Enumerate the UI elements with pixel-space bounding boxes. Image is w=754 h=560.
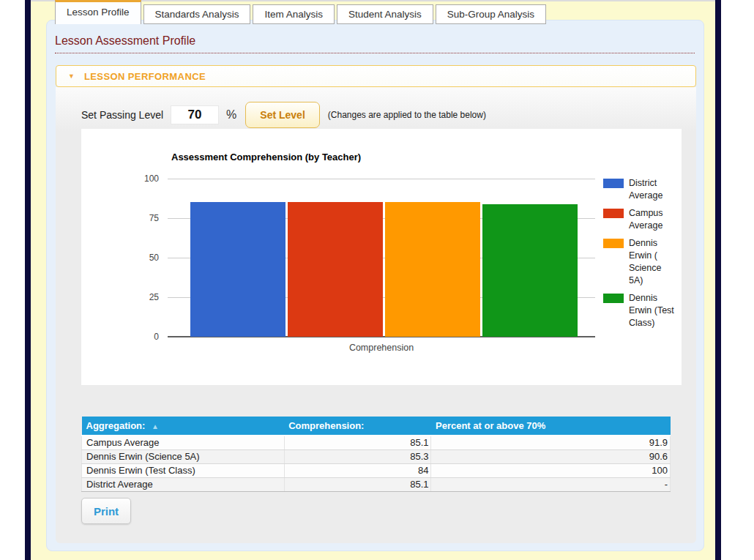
set-level-button[interactable]: Set Level	[245, 102, 319, 128]
y-tick-25: 25	[127, 292, 159, 302]
x-axis-label: Comprehension	[168, 343, 595, 353]
bar-district-average	[190, 202, 285, 337]
legend-item: Dennis Erwin (Test Class)	[603, 292, 674, 329]
legend-label: District Average	[629, 177, 674, 202]
legend-swatch-district-average	[603, 179, 624, 188]
y-tick-0: 0	[127, 332, 159, 342]
bar-dennis-erwin-science-5a	[385, 202, 480, 337]
tab-student-analysis[interactable]: Student Analysis	[337, 4, 433, 24]
legend-item: Campus Average	[603, 207, 674, 232]
legend-label: Campus Average	[629, 207, 674, 232]
legend-label: Dennis Erwin ( Science 5A)	[629, 237, 674, 287]
bar-campus-average	[288, 202, 383, 337]
cell-percent-above: -	[431, 477, 671, 491]
sort-ascending-icon: ▲	[152, 422, 159, 430]
tab-standards-analysis[interactable]: Standards Analysis	[143, 4, 251, 24]
print-button[interactable]: Print	[81, 498, 131, 524]
cell-comprehension: 84	[284, 463, 431, 477]
section-title: LESSON PERFORMANCE	[84, 71, 206, 82]
cell-comprehension: 85.3	[284, 449, 431, 463]
chart-title: Assessment Comprehension (by Teacher)	[171, 152, 361, 163]
tab-bar: Lesson Profile Standards Analysis Item A…	[55, 0, 548, 24]
cell-aggregation: Dennis Erwin (Science 5A)	[82, 449, 285, 463]
legend-swatch-dennis-erwin-test-class	[603, 294, 624, 303]
chart-legend: District Average Campus Average Dennis E…	[603, 177, 674, 329]
table-row: Dennis Erwin (Test Class) 84 100	[82, 463, 671, 477]
legend-item: District Average	[603, 177, 674, 202]
lesson-profile-panel: Lesson Assessment Profile ▼ LESSON PERFO…	[46, 20, 704, 551]
cell-comprehension: 85.1	[284, 477, 431, 491]
cell-percent-above: 100	[431, 463, 671, 477]
table-row: District Average 85.1 -	[82, 477, 671, 491]
table-header-row: Aggregation: ▲ Comprehension: Percent at…	[82, 417, 671, 436]
table-row: Dennis Erwin (Science 5A) 85.3 90.6	[82, 449, 671, 463]
legend-label: Dennis Erwin (Test Class)	[629, 292, 674, 329]
column-header-label: Aggregation:	[86, 420, 146, 431]
cell-comprehension: 85.1	[284, 436, 431, 449]
passing-level-note: (Changes are applied to the table below)	[328, 110, 486, 120]
legend-swatch-dennis-erwin-science-5a	[603, 239, 624, 248]
bar-group	[190, 179, 578, 337]
page-title: Lesson Assessment Profile	[55, 34, 695, 48]
cell-aggregation: District Average	[82, 477, 285, 491]
passing-level-input[interactable]	[171, 105, 219, 124]
table-row: Campus Average 85.1 91.9	[82, 436, 671, 449]
tab-item-analysis[interactable]: Item Analysis	[253, 4, 335, 24]
bar-dennis-erwin-test-class	[482, 204, 578, 337]
comprehension-bar-chart: Assessment Comprehension (by Teacher) 10…	[81, 129, 682, 385]
cell-percent-above: 90.6	[431, 449, 671, 463]
lesson-performance-section-body: Set Passing Level % Set Level (Changes a…	[56, 87, 696, 543]
cell-aggregation: Campus Average	[82, 436, 285, 449]
passing-level-label: Set Passing Level	[81, 109, 163, 121]
chart-plot-area: 100 75 50 25 0	[168, 179, 595, 337]
percent-sign: %	[226, 108, 236, 122]
collapse-triangle-icon[interactable]: ▼	[68, 72, 75, 80]
page-title-divider: Lesson Assessment Profile	[55, 34, 695, 53]
tab-sub-group-analysis[interactable]: Sub-Group Analysis	[436, 4, 546, 24]
left-border-strip	[25, 0, 31, 560]
aggregation-table: Aggregation: ▲ Comprehension: Percent at…	[81, 417, 671, 492]
right-border-strip	[715, 0, 721, 560]
page: Lesson Profile Standards Analysis Item A…	[0, 0, 754, 560]
column-header-comprehension[interactable]: Comprehension:	[284, 417, 431, 436]
cell-percent-above: 91.9	[431, 436, 671, 449]
lesson-performance-section-header[interactable]: ▼ LESSON PERFORMANCE	[56, 65, 696, 87]
y-tick-100: 100	[127, 173, 159, 184]
cell-aggregation: Dennis Erwin (Test Class)	[82, 463, 285, 477]
legend-item: Dennis Erwin ( Science 5A)	[603, 237, 674, 287]
passing-level-row: Set Passing Level % Set Level (Changes a…	[81, 102, 486, 128]
tab-lesson-profile[interactable]: Lesson Profile	[55, 0, 141, 24]
y-tick-50: 50	[127, 253, 159, 263]
column-header-aggregation[interactable]: Aggregation: ▲	[82, 417, 285, 436]
legend-swatch-campus-average	[603, 209, 624, 218]
y-tick-75: 75	[127, 213, 159, 223]
column-header-percent-above[interactable]: Percent at or above 70%	[431, 417, 671, 436]
